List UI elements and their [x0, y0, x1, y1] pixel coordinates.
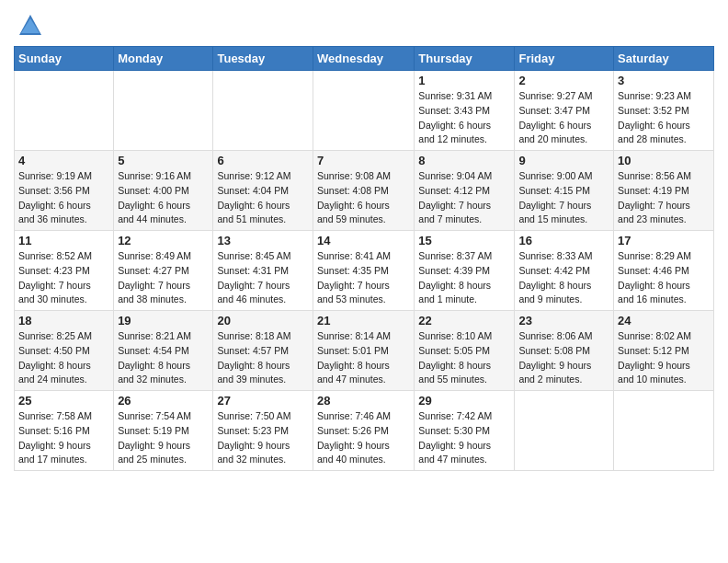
calendar-cell: 17Sunrise: 8:29 AM Sunset: 4:46 PM Dayli…: [614, 231, 714, 311]
calendar-week-row: 18Sunrise: 8:25 AM Sunset: 4:50 PM Dayli…: [15, 311, 714, 391]
day-info: Sunrise: 9:12 AM Sunset: 4:04 PM Dayligh…: [217, 169, 309, 227]
day-number: 21: [317, 314, 410, 327]
day-number: 13: [217, 234, 309, 247]
day-info: Sunrise: 8:52 AM Sunset: 4:23 PM Dayligh…: [18, 249, 109, 307]
calendar-cell: [213, 71, 313, 151]
calendar-cell: 4Sunrise: 9:19 AM Sunset: 3:56 PM Daylig…: [15, 151, 114, 231]
day-info: Sunrise: 9:16 AM Sunset: 4:00 PM Dayligh…: [118, 169, 209, 227]
calendar-cell: 8Sunrise: 9:04 AM Sunset: 4:12 PM Daylig…: [415, 151, 515, 231]
calendar-cell: 19Sunrise: 8:21 AM Sunset: 4:54 PM Dayli…: [114, 311, 213, 391]
day-number: 12: [118, 234, 209, 247]
calendar-cell: 28Sunrise: 7:46 AM Sunset: 5:26 PM Dayli…: [313, 391, 415, 471]
calendar-cell: 21Sunrise: 8:14 AM Sunset: 5:01 PM Dayli…: [313, 311, 415, 391]
day-number: 24: [618, 314, 710, 327]
day-number: 27: [217, 394, 309, 408]
calendar-cell: 7Sunrise: 9:08 AM Sunset: 4:08 PM Daylig…: [313, 151, 415, 231]
logo: [14, 13, 43, 39]
day-info: Sunrise: 7:50 AM Sunset: 5:23 PM Dayligh…: [217, 409, 309, 467]
calendar-cell: 1Sunrise: 9:31 AM Sunset: 3:43 PM Daylig…: [415, 71, 515, 151]
day-info: Sunrise: 8:14 AM Sunset: 5:01 PM Dayligh…: [317, 329, 410, 387]
calendar-cell: 10Sunrise: 8:56 AM Sunset: 4:19 PM Dayli…: [614, 151, 714, 231]
day-number: 22: [418, 314, 510, 327]
day-number: 25: [18, 394, 109, 408]
day-number: 1: [418, 74, 510, 87]
calendar-cell: 24Sunrise: 8:02 AM Sunset: 5:12 PM Dayli…: [614, 311, 714, 391]
calendar-cell: [515, 391, 614, 471]
day-info: Sunrise: 8:21 AM Sunset: 4:54 PM Dayligh…: [118, 329, 209, 387]
day-number: 26: [118, 394, 209, 408]
weekday-header: Tuesday: [213, 47, 313, 71]
day-number: 20: [217, 314, 309, 327]
day-number: 4: [18, 154, 109, 167]
day-info: Sunrise: 8:18 AM Sunset: 4:57 PM Dayligh…: [217, 329, 309, 387]
day-info: Sunrise: 9:04 AM Sunset: 4:12 PM Dayligh…: [418, 169, 510, 227]
calendar-cell: 16Sunrise: 8:33 AM Sunset: 4:42 PM Dayli…: [515, 231, 614, 311]
calendar-cell: [15, 71, 114, 151]
calendar-cell: 18Sunrise: 8:25 AM Sunset: 4:50 PM Dayli…: [15, 311, 114, 391]
day-info: Sunrise: 8:29 AM Sunset: 4:46 PM Dayligh…: [618, 249, 710, 307]
weekday-header-row: SundayMondayTuesdayWednesdayThursdayFrid…: [15, 47, 714, 71]
calendar-week-row: 25Sunrise: 7:58 AM Sunset: 5:16 PM Dayli…: [15, 391, 714, 471]
day-number: 23: [518, 314, 609, 327]
day-number: 15: [418, 234, 510, 247]
day-number: 3: [618, 74, 710, 87]
calendar-cell: 20Sunrise: 8:18 AM Sunset: 4:57 PM Dayli…: [213, 311, 313, 391]
calendar-cell: 3Sunrise: 9:23 AM Sunset: 3:52 PM Daylig…: [614, 71, 714, 151]
day-info: Sunrise: 8:45 AM Sunset: 4:31 PM Dayligh…: [217, 249, 309, 307]
calendar-week-row: 4Sunrise: 9:19 AM Sunset: 3:56 PM Daylig…: [15, 151, 714, 231]
day-info: Sunrise: 8:06 AM Sunset: 5:08 PM Dayligh…: [518, 329, 609, 387]
weekday-header: Friday: [515, 47, 614, 71]
calendar-cell: 29Sunrise: 7:42 AM Sunset: 5:30 PM Dayli…: [415, 391, 515, 471]
day-info: Sunrise: 7:42 AM Sunset: 5:30 PM Dayligh…: [418, 409, 510, 467]
calendar-cell: 27Sunrise: 7:50 AM Sunset: 5:23 PM Dayli…: [213, 391, 313, 471]
day-info: Sunrise: 8:02 AM Sunset: 5:12 PM Dayligh…: [618, 329, 710, 387]
day-info: Sunrise: 8:10 AM Sunset: 5:05 PM Dayligh…: [418, 329, 510, 387]
day-info: Sunrise: 8:49 AM Sunset: 4:27 PM Dayligh…: [118, 249, 209, 307]
header: [14, 9, 714, 39]
calendar-cell: [614, 391, 714, 471]
page: SundayMondayTuesdayWednesdayThursdayFrid…: [0, 0, 728, 563]
day-info: Sunrise: 8:37 AM Sunset: 4:39 PM Dayligh…: [418, 249, 510, 307]
day-info: Sunrise: 8:25 AM Sunset: 4:50 PM Dayligh…: [18, 329, 109, 387]
svg-marker-1: [21, 18, 40, 33]
day-info: Sunrise: 8:33 AM Sunset: 4:42 PM Dayligh…: [518, 249, 609, 307]
calendar-week-row: 11Sunrise: 8:52 AM Sunset: 4:23 PM Dayli…: [15, 231, 714, 311]
day-number: 8: [418, 154, 510, 167]
day-number: 29: [418, 394, 510, 408]
day-number: 18: [18, 314, 109, 327]
calendar: SundayMondayTuesdayWednesdayThursdayFrid…: [14, 46, 714, 471]
calendar-week-row: 1Sunrise: 9:31 AM Sunset: 3:43 PM Daylig…: [15, 71, 714, 151]
calendar-cell: [313, 71, 415, 151]
calendar-cell: 25Sunrise: 7:58 AM Sunset: 5:16 PM Dayli…: [15, 391, 114, 471]
day-info: Sunrise: 9:23 AM Sunset: 3:52 PM Dayligh…: [618, 89, 710, 147]
calendar-cell: 23Sunrise: 8:06 AM Sunset: 5:08 PM Dayli…: [515, 311, 614, 391]
day-info: Sunrise: 7:46 AM Sunset: 5:26 PM Dayligh…: [317, 409, 410, 467]
day-number: 16: [518, 234, 609, 247]
day-number: 17: [618, 234, 710, 247]
calendar-cell: 12Sunrise: 8:49 AM Sunset: 4:27 PM Dayli…: [114, 231, 213, 311]
day-number: 14: [317, 234, 410, 247]
day-info: Sunrise: 9:31 AM Sunset: 3:43 PM Dayligh…: [418, 89, 510, 147]
calendar-cell: [114, 71, 213, 151]
logo-icon: [17, 13, 43, 39]
day-number: 19: [118, 314, 209, 327]
calendar-cell: 9Sunrise: 9:00 AM Sunset: 4:15 PM Daylig…: [515, 151, 614, 231]
calendar-cell: 26Sunrise: 7:54 AM Sunset: 5:19 PM Dayli…: [114, 391, 213, 471]
day-info: Sunrise: 9:08 AM Sunset: 4:08 PM Dayligh…: [317, 169, 410, 227]
weekday-header: Sunday: [15, 47, 114, 71]
weekday-header: Wednesday: [313, 47, 415, 71]
calendar-cell: 22Sunrise: 8:10 AM Sunset: 5:05 PM Dayli…: [415, 311, 515, 391]
day-number: 7: [317, 154, 410, 167]
day-info: Sunrise: 8:41 AM Sunset: 4:35 PM Dayligh…: [317, 249, 410, 307]
calendar-cell: 14Sunrise: 8:41 AM Sunset: 4:35 PM Dayli…: [313, 231, 415, 311]
day-number: 6: [217, 154, 309, 167]
day-info: Sunrise: 7:54 AM Sunset: 5:19 PM Dayligh…: [118, 409, 209, 467]
day-info: Sunrise: 9:00 AM Sunset: 4:15 PM Dayligh…: [518, 169, 609, 227]
weekday-header: Saturday: [614, 47, 714, 71]
day-number: 5: [118, 154, 209, 167]
calendar-cell: 5Sunrise: 9:16 AM Sunset: 4:00 PM Daylig…: [114, 151, 213, 231]
day-number: 28: [317, 394, 410, 408]
calendar-cell: 15Sunrise: 8:37 AM Sunset: 4:39 PM Dayli…: [415, 231, 515, 311]
weekday-header: Thursday: [415, 47, 515, 71]
calendar-cell: 11Sunrise: 8:52 AM Sunset: 4:23 PM Dayli…: [15, 231, 114, 311]
